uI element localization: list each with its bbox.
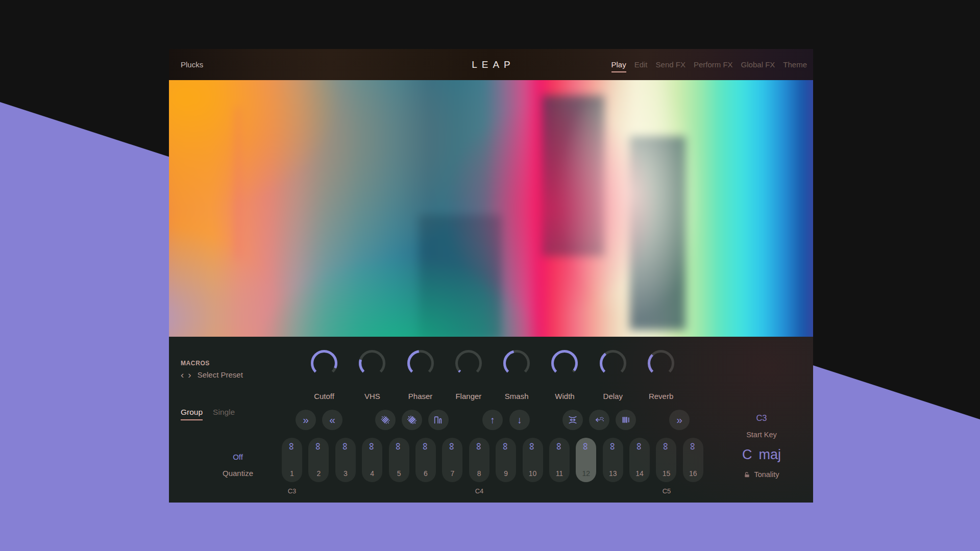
knob-label: Reverb — [637, 392, 685, 400]
infinity-icon: ∞ — [580, 443, 592, 450]
diagonal-dots-icon — [380, 414, 391, 425]
preset-artwork-gradient — [169, 80, 813, 337]
key-number: 12 — [582, 469, 591, 478]
key-switch-1[interactable]: ∞1 — [282, 438, 302, 482]
key-switch-11[interactable]: ∞11 — [549, 438, 570, 482]
key-number: 16 — [689, 469, 697, 478]
texture-b-button[interactable] — [402, 410, 422, 430]
envelope-button[interactable] — [428, 410, 449, 430]
select-preset-label[interactable]: Select Preset — [198, 370, 243, 379]
lock-icon — [744, 471, 750, 478]
infinity-icon: ∞ — [286, 443, 298, 450]
key-switch-12[interactable]: ∞12 — [576, 438, 596, 482]
preset-next-icon[interactable]: › — [188, 371, 191, 379]
key-switch-5[interactable]: ∞5 — [389, 438, 409, 482]
knob-vhs[interactable]: VHS — [358, 349, 386, 378]
knob-delay[interactable]: Delay — [599, 349, 627, 378]
tab-play[interactable]: Play — [611, 60, 626, 72]
knob-flanger[interactable]: Flanger — [454, 349, 483, 378]
infinity-icon: ∞ — [687, 443, 699, 450]
key-switch-15[interactable]: ∞15 — [656, 438, 676, 482]
key-switch-6[interactable]: ∞6 — [415, 438, 436, 482]
key-switch-13[interactable]: ∞13 — [603, 438, 623, 482]
infinity-icon: ∞ — [500, 443, 512, 450]
knob-label: Delay — [589, 392, 637, 400]
diagonal-dots-dense-icon — [406, 414, 418, 425]
key-switch-3[interactable]: ∞3 — [335, 438, 356, 482]
infinity-icon: ∞ — [553, 443, 566, 450]
texture-a-button[interactable] — [375, 410, 396, 430]
infinity-icon: ∞ — [446, 443, 458, 450]
key-number: 13 — [609, 469, 617, 478]
key-switch-10[interactable]: ∞10 — [523, 438, 543, 482]
arrow-left-dots-icon — [594, 414, 605, 425]
tonality-scale[interactable]: maj — [758, 447, 781, 463]
tab-send-fx[interactable]: Send FX — [656, 60, 685, 69]
pulse-wave-icon — [433, 414, 444, 425]
key-number: 7 — [450, 469, 454, 478]
octave-label-c3: C3 — [277, 487, 307, 495]
advance-button[interactable]: » — [669, 410, 690, 430]
knob-phaser[interactable]: Phaser — [406, 349, 435, 378]
vertical-bars-icon — [620, 414, 631, 425]
infinity-icon: ∞ — [473, 443, 485, 450]
preset-prev-icon[interactable]: ‹ — [181, 371, 184, 379]
knob-label: Width — [541, 392, 589, 400]
tab-global-fx[interactable]: Global FX — [741, 60, 775, 69]
tonality-selector[interactable]: C maj — [731, 447, 792, 463]
pinch-arrows-icon — [567, 414, 578, 425]
infinity-icon: ∞ — [393, 443, 405, 450]
infinity-icon: ∞ — [527, 443, 539, 450]
infinity-icon: ∞ — [366, 443, 378, 450]
key-number: 4 — [370, 469, 374, 478]
key-switch-7[interactable]: ∞7 — [442, 438, 462, 482]
octave-up-button[interactable]: ↑ — [482, 410, 503, 430]
key-number: 3 — [344, 469, 348, 478]
key-number: 11 — [556, 469, 564, 478]
shift-left-button[interactable]: « — [322, 410, 342, 430]
key-number: 15 — [663, 469, 671, 478]
tab-perform-fx[interactable]: Perform FX — [694, 60, 733, 69]
infinity-icon: ∞ — [633, 443, 646, 450]
key-switch-9[interactable]: ∞9 — [496, 438, 516, 482]
key-number: 6 — [424, 469, 428, 478]
key-number: 9 — [504, 469, 508, 478]
knob-label: Cutoff — [300, 392, 348, 400]
main-nav: Play Edit Send FX Perform FX Global FX T… — [611, 49, 807, 80]
macro-preset-selector: ‹ › Select Preset — [181, 370, 243, 379]
knob-width[interactable]: Width — [550, 349, 579, 378]
leap-plugin-window: Plucks LEAP Play Edit Send FX Perform FX… — [169, 49, 813, 503]
octave-down-button[interactable]: ↓ — [509, 410, 530, 430]
key-switch-16[interactable]: ∞16 — [683, 438, 703, 482]
squeeze-button[interactable] — [562, 410, 583, 430]
macro-knob-row: Cutoff VHS Phaser Flanger Smash — [310, 349, 675, 378]
arrow-down-icon: ↓ — [517, 415, 522, 425]
macros-section-label: MACROS — [181, 360, 210, 367]
knob-cutoff[interactable]: Cutoff — [310, 349, 338, 378]
octave-label-c5: C5 — [651, 487, 682, 495]
tab-edit[interactable]: Edit — [634, 60, 648, 69]
quantize-value[interactable]: Off — [200, 453, 276, 461]
tonality-root[interactable]: C — [742, 447, 752, 463]
tab-single[interactable]: Single — [213, 408, 235, 420]
tab-group[interactable]: Group — [181, 408, 203, 420]
key-switch-2[interactable]: ∞2 — [308, 438, 329, 482]
key-number: 5 — [397, 469, 401, 478]
key-number: 2 — [316, 469, 321, 478]
desktop-background: Plucks LEAP Play Edit Send FX Perform FX… — [0, 0, 980, 551]
shift-right-button[interactable]: » — [296, 410, 316, 430]
double-chevron-left-icon: « — [329, 415, 335, 425]
start-key-label: Start Key — [731, 431, 792, 439]
key-switch-4[interactable]: ∞4 — [362, 438, 382, 482]
reverse-button[interactable] — [589, 410, 609, 430]
start-key-value[interactable]: C3 — [731, 413, 792, 423]
knob-reverb[interactable]: Reverb — [647, 349, 675, 378]
stutter-button[interactable] — [616, 410, 636, 430]
tab-theme[interactable]: Theme — [783, 60, 807, 69]
key-switch-14[interactable]: ∞14 — [629, 438, 650, 482]
tonality-label-row: Tonality — [731, 470, 792, 479]
octave-label-c4: C4 — [464, 487, 495, 495]
infinity-icon: ∞ — [339, 443, 352, 450]
key-switch-8[interactable]: ∞8 — [469, 438, 489, 482]
knob-smash[interactable]: Smash — [502, 349, 531, 378]
